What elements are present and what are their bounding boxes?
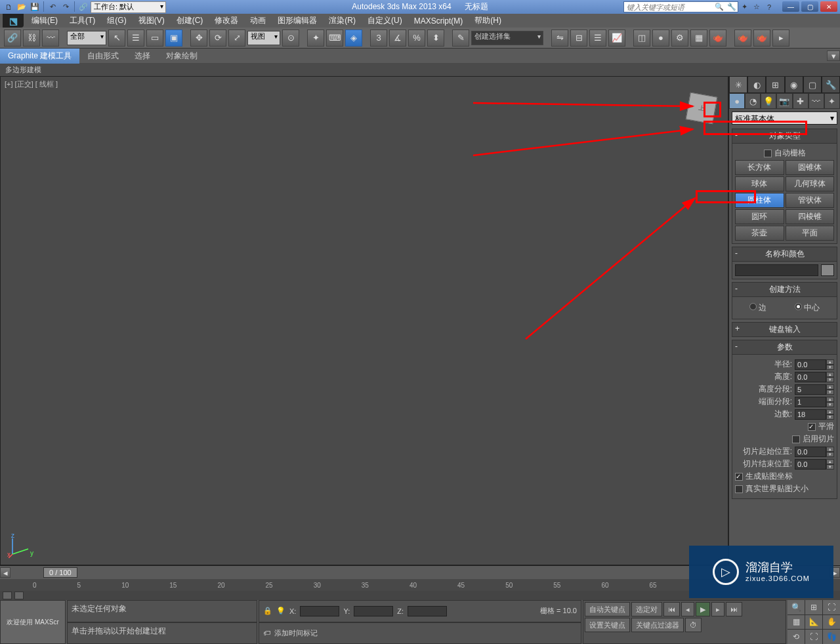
cm-edge-radio[interactable] [749, 303, 757, 310]
hierarchy-tab-icon[interactable]: ⊞ [766, 76, 784, 93]
render-iterative-icon[interactable]: 🫖 [753, 30, 770, 47]
rendered-frame-icon[interactable]: ▦ [690, 30, 707, 47]
viewport[interactable]: [+] [正交] [ 线框 ] 上 zyx [0, 76, 728, 565]
cm-center-radio[interactable] [795, 303, 802, 310]
smooth-checkbox[interactable] [808, 423, 816, 431]
trackbar-filter-icon[interactable] [14, 592, 24, 599]
sphere-button[interactable]: 球体 [735, 176, 784, 191]
menu-modifiers[interactable]: 修改器 [209, 14, 243, 28]
snap-toggle-icon[interactable]: ◈ [345, 30, 362, 47]
keyfilter-button[interactable]: 关键点过滤器 [631, 618, 684, 632]
setkey-button[interactable]: 设置关键点 [585, 618, 630, 632]
real-world-checkbox[interactable] [735, 485, 743, 493]
sides-input[interactable] [795, 409, 826, 420]
coord-x-input[interactable] [300, 606, 339, 616]
select-manipulate-icon[interactable]: ✦ [307, 30, 324, 47]
ref-coord-dropdown[interactable]: 视图 [247, 31, 280, 45]
unlink-tool-icon[interactable]: ⛓ [23, 30, 40, 47]
goto-start-icon[interactable]: ⏮ [663, 602, 680, 616]
tube-button[interactable]: 管状体 [786, 193, 835, 208]
open-icon[interactable]: 📂 [16, 1, 28, 13]
zoom-icon[interactable]: 🔍 [788, 600, 805, 614]
geosphere-button[interactable]: 几何球体 [786, 176, 835, 191]
keyboard-shortcut-icon[interactable]: ⌨ [326, 30, 343, 47]
shapes-icon[interactable]: ◔ [745, 93, 761, 109]
close-button[interactable]: ✕ [820, 1, 837, 12]
undo-icon[interactable]: ↶ [47, 1, 58, 13]
display-tab-icon[interactable]: ▢ [803, 76, 822, 93]
schematic-view-icon[interactable]: ◫ [633, 30, 650, 47]
slice-from-input[interactable] [795, 447, 826, 457]
rollout-name-color[interactable]: -名称和颜色 [732, 247, 837, 262]
key-icon[interactable]: 🔧 [726, 2, 737, 12]
teapot-button[interactable]: 茶壶 [735, 226, 784, 241]
edit-named-sel-icon[interactable]: ✎ [452, 30, 469, 47]
motion-tab-icon[interactable]: ◉ [785, 76, 803, 93]
pyramid-button[interactable]: 四棱锥 [786, 209, 835, 224]
ribbon-collapse-icon[interactable]: ▾ [827, 50, 840, 61]
spinner-down-icon[interactable]: ▾ [826, 365, 834, 370]
fov-icon[interactable]: 📐 [805, 615, 822, 630]
star-icon[interactable]: ☆ [751, 2, 762, 12]
render-setup-icon[interactable]: ⚙ [671, 30, 688, 47]
render-icon[interactable]: 🫖 [734, 30, 751, 47]
cone-button[interactable]: 圆锥体 [786, 160, 835, 175]
window-crossing-icon[interactable]: ▣ [165, 30, 182, 47]
torus-button[interactable]: 圆环 [735, 209, 784, 224]
trackbar-toggle-icon[interactable] [3, 592, 12, 599]
maximize-viewport-icon[interactable]: ⛶ [805, 630, 822, 644]
render-active-icon[interactable]: ▸ [772, 30, 789, 47]
zoom-extents-all-icon[interactable]: ▦ [788, 615, 805, 630]
cap-seg-input[interactable] [795, 397, 826, 407]
next-frame-icon[interactable]: ▸ [711, 602, 724, 616]
curve-editor-icon[interactable]: 📈 [608, 30, 625, 47]
plane-button[interactable]: 平面 [786, 226, 835, 241]
object-name-input[interactable] [735, 264, 818, 276]
slice-on-checkbox[interactable] [792, 435, 800, 443]
rollout-parameters[interactable]: -参数 [732, 340, 837, 355]
angle-snap-icon[interactable]: ∡ [389, 30, 406, 47]
coord-y-input[interactable] [354, 606, 393, 616]
infocenter-icon[interactable]: 🔍 [714, 2, 724, 12]
category-dropdown[interactable]: 标准基本体 [732, 111, 837, 125]
menu-create[interactable]: 创建(C) [171, 14, 209, 28]
app-menu-icon[interactable]: ⬔ [3, 14, 24, 28]
menu-tools[interactable]: 工具(T) [64, 14, 100, 28]
spacewarps-icon[interactable]: 〰 [808, 93, 824, 109]
modify-tab-icon[interactable]: ◐ [747, 76, 766, 93]
mirror-icon[interactable]: ⇋ [551, 30, 568, 47]
time-config-icon[interactable]: ⏱ [685, 618, 702, 632]
save-icon[interactable]: 💾 [29, 1, 41, 13]
isolate-icon[interactable]: 💡 [276, 607, 285, 615]
walk-icon[interactable]: 👣 [823, 630, 840, 644]
play-icon[interactable]: ▶ [696, 602, 710, 616]
object-color-swatch[interactable] [821, 264, 834, 276]
create-tab-icon[interactable]: ✳ [729, 76, 747, 93]
radius-input[interactable] [795, 359, 826, 370]
select-object-icon[interactable]: ↖ [108, 30, 125, 47]
rollout-object-type[interactable]: -对象类型 [732, 129, 837, 144]
zoom-extents-icon[interactable]: ⛶ [823, 600, 840, 614]
orbit-icon[interactable]: ⟲ [788, 630, 805, 644]
selected-button[interactable]: 选定对 [631, 602, 662, 616]
snap-3d-icon[interactable]: 3 [370, 30, 387, 47]
utilities-tab-icon[interactable]: 🔧 [822, 76, 840, 93]
redo-icon[interactable]: ↷ [60, 1, 72, 13]
use-center-icon[interactable]: ⊙ [282, 30, 299, 47]
maxscript-mini-listener[interactable]: 欢迎使用 MAXScr [0, 600, 66, 644]
select-region-icon[interactable]: ▭ [146, 30, 163, 47]
menu-rendering[interactable]: 渲染(R) [324, 14, 361, 28]
lock-icon[interactable]: 🔒 [263, 607, 272, 615]
menu-grapheditors[interactable]: 图形编辑器 [272, 14, 322, 28]
height-seg-input[interactable] [795, 384, 826, 395]
menu-maxscript[interactable]: MAXScript(M) [409, 15, 469, 27]
help-icon[interactable]: ? [764, 2, 774, 12]
menu-animation[interactable]: 动画 [245, 14, 271, 28]
menu-group[interactable]: 组(G) [102, 14, 131, 28]
prev-frame-icon[interactable]: ◂ [681, 602, 694, 616]
menu-edit[interactable]: 编辑(E) [26, 14, 63, 28]
workspace-dropdown[interactable]: 工作台: 默认 [91, 1, 166, 13]
autokey-button[interactable]: 自动关键点 [585, 602, 630, 616]
link-tool-icon[interactable]: 🔗 [4, 30, 21, 47]
scale-icon[interactable]: ⤢ [228, 30, 245, 47]
